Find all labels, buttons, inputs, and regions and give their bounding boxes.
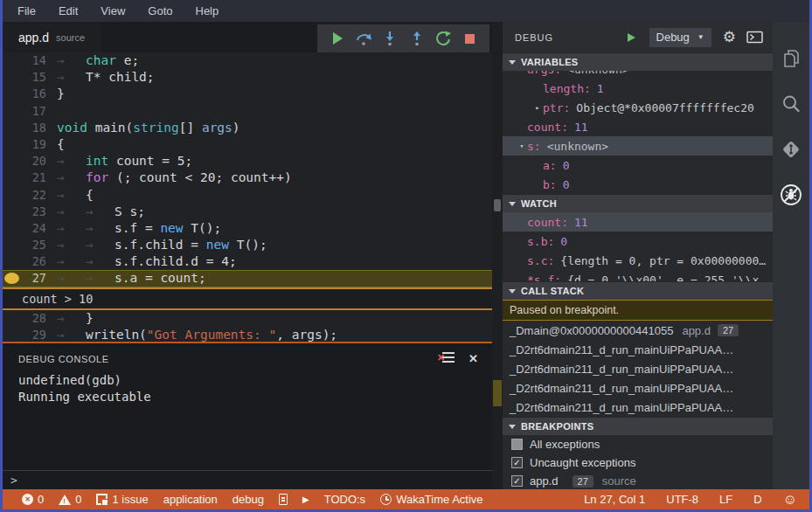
menu-item-goto[interactable]: Goto — [136, 0, 184, 22]
code-line[interactable]: 22→{ — [3, 187, 492, 204]
debug-console-header: DEBUG CONSOLE ✕ ✕ — [3, 343, 492, 365]
status-item[interactable] — [279, 494, 288, 505]
status-item-0[interactable]: !0 — [59, 493, 81, 506]
breakpoint-margin[interactable] — [3, 52, 24, 69]
status-item-debug[interactable]: debug — [232, 493, 264, 506]
continue-button[interactable] — [327, 28, 348, 49]
status-item[interactable]: ▶ — [302, 495, 309, 504]
search-icon[interactable] — [773, 81, 809, 127]
breakpoint-checkbox[interactable]: ✓ — [511, 457, 523, 468]
breakpoint-item[interactable]: ✓Uncaught exceptions — [503, 453, 773, 472]
debug-console-input[interactable]: > — [3, 470, 492, 489]
watch-row[interactable]: s.b:0 — [503, 232, 773, 251]
variable-row[interactable]: ▾s:<unknown> — [503, 136, 773, 156]
breakpoint-condition-widget[interactable]: count > 10 — [3, 287, 492, 310]
section-header-watch[interactable]: WATCH — [503, 194, 773, 212]
variable-row[interactable]: length:1 — [503, 79, 773, 98]
call-stack-frame[interactable]: _D2rt6dmain211_d_run_mainUiPPaPUAA… — [503, 398, 773, 417]
breakpoint-margin[interactable] — [3, 136, 24, 153]
code-line[interactable]: 24→→s.f = new T(); — [3, 220, 492, 237]
status-item-todo-s[interactable]: TODO:s — [324, 493, 365, 506]
restart-button[interactable] — [433, 28, 454, 49]
status-item[interactable]: ☺ — [783, 492, 797, 508]
variable-row[interactable]: b:0 — [503, 175, 773, 194]
step-over-button[interactable] — [353, 28, 374, 49]
git-icon[interactable] — [773, 127, 809, 172]
breakpoint-item[interactable]: All exceptions — [503, 435, 773, 453]
editor-scrollbar[interactable] — [492, 22, 503, 489]
breakpoint-icon[interactable] — [4, 273, 19, 284]
debug-disabled-icon[interactable] — [773, 172, 809, 218]
files-icon[interactable] — [773, 36, 809, 81]
breakpoint-margin[interactable] — [3, 270, 24, 287]
open-console-icon[interactable] — [746, 31, 764, 44]
status-item-0[interactable]: ✕0 — [22, 493, 44, 506]
step-into-button[interactable] — [379, 28, 400, 49]
code-token: main( — [87, 121, 133, 135]
stop-button[interactable] — [459, 28, 480, 49]
code-line[interactable]: 14→char e; — [3, 52, 492, 69]
breakpoint-margin[interactable] — [3, 170, 24, 186]
breakpoint-margin[interactable] — [3, 220, 24, 237]
debug-profile-select[interactable]: Debug ▼ — [649, 28, 711, 47]
code-line[interactable]: 26→→s.f.child.d = 4; — [3, 253, 492, 270]
status-item-1-issue[interactable]: 1 issue — [96, 493, 148, 506]
code-line[interactable]: 28→} — [3, 310, 492, 327]
close-console-icon[interactable]: ✕ — [468, 352, 478, 365]
code-line[interactable]: 19{ — [3, 136, 492, 153]
status-item-utf-8[interactable]: UTF-8 — [666, 493, 698, 506]
code-line[interactable]: 20→int count = 5; — [3, 153, 492, 170]
section-header-breakpoints[interactable]: BREAKPOINTS — [503, 417, 773, 435]
breakpoint-margin[interactable] — [3, 204, 24, 220]
code-line[interactable]: 27→→s.a = count; — [3, 270, 492, 287]
code-line[interactable]: 17 — [3, 103, 492, 120]
variable-name: args: — [527, 71, 561, 76]
code-line[interactable]: 21→for (; count < 20; count++) — [3, 170, 492, 186]
breakpoint-checkbox[interactable]: ✓ — [511, 475, 523, 487]
watch-row[interactable]: *s.f:{d = 0 '\\x00', e = 255 '\\x — [503, 270, 773, 281]
code-line[interactable]: 16} — [3, 86, 492, 102]
call-stack-frame[interactable]: _D2rt6dmain211_d_run_mainUiPPaPUAA… — [503, 378, 773, 398]
breakpoint-margin[interactable] — [3, 69, 24, 86]
breakpoint-checkbox[interactable] — [511, 439, 523, 450]
breakpoint-margin[interactable] — [3, 103, 24, 120]
watch-row[interactable]: count:11 — [503, 212, 773, 232]
status-item-d[interactable]: D — [753, 493, 761, 506]
gear-icon[interactable]: ⚙ — [723, 30, 736, 45]
status-item-application[interactable]: application — [163, 493, 218, 506]
breakpoint-margin[interactable] — [3, 237, 24, 253]
menu-item-view[interactable]: View — [89, 0, 136, 22]
section-header-call-stack[interactable]: CALL STACK — [503, 281, 773, 300]
start-debug-button[interactable] — [625, 31, 637, 44]
breakpoint-margin[interactable] — [3, 310, 24, 327]
call-stack-frame[interactable]: _D2rt6dmain211_d_run_mainUiPPaPUAA… — [503, 340, 773, 359]
watch-row[interactable]: s.c:{length = 0, ptr = 0x00000000… — [503, 251, 773, 270]
variable-row[interactable]: ▾args:<unknown> — [503, 71, 773, 79]
breakpoint-margin[interactable] — [3, 187, 24, 204]
breakpoint-item[interactable]: ✓app.d27source — [503, 472, 773, 489]
call-stack-frame[interactable]: _Dmain@0x0000000000441055app.d27 — [503, 321, 773, 340]
code-line[interactable]: 25→→s.f.child = new T(); — [3, 237, 492, 253]
status-item-wakatime-active[interactable]: WakaTime Active — [380, 493, 482, 506]
call-stack-frame[interactable]: _D2rt6dmain211_d_run_mainUiPPaPUAA… — [503, 359, 773, 378]
status-text: 0 — [75, 493, 81, 506]
variable-row[interactable]: count:11 — [503, 117, 773, 136]
status-item-lf[interactable]: LF — [719, 493, 732, 506]
code-line[interactable]: 18void main(string[] args) — [3, 120, 492, 136]
code-line[interactable]: 15→T* child; — [3, 69, 492, 86]
variable-row[interactable]: ▸ptr:Object@*0x00007fffffffec20 — [503, 98, 773, 117]
menu-item-help[interactable]: Help — [184, 0, 231, 22]
step-out-button[interactable] — [406, 28, 427, 49]
breakpoint-margin[interactable] — [3, 86, 24, 102]
menu-item-edit[interactable]: Edit — [47, 0, 89, 22]
status-item-ln-27-col-1[interactable]: Ln 27, Col 1 — [584, 493, 645, 506]
breakpoint-margin[interactable] — [3, 253, 24, 270]
menu-item-file[interactable]: File — [6, 0, 47, 22]
scrollbar-handle[interactable] — [494, 199, 501, 211]
breakpoint-margin[interactable] — [3, 153, 24, 170]
tab-app-d[interactable]: app.d source — [3, 22, 101, 52]
variable-row[interactable]: a:0 — [503, 156, 773, 175]
code-line[interactable]: 23→→S s; — [3, 204, 492, 220]
breakpoint-margin[interactable] — [3, 120, 24, 136]
section-header-variables[interactable]: VARIABLES — [503, 52, 773, 71]
